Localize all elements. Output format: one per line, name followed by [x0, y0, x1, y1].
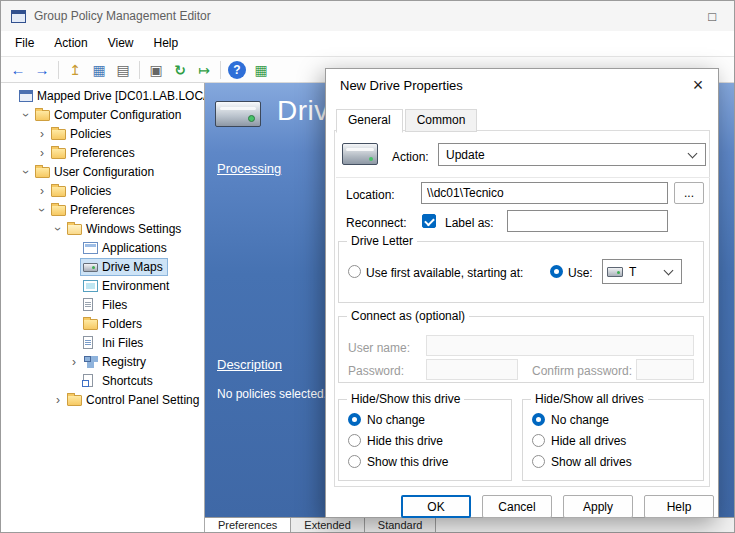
tree-item-label: Preferences — [70, 146, 135, 160]
label-as-input[interactable] — [507, 210, 668, 232]
chevron-right-icon[interactable]: › — [36, 185, 48, 197]
separator — [336, 177, 710, 178]
refresh-icon[interactable]: ↻ — [169, 59, 191, 81]
description-section-link[interactable]: Description — [217, 357, 282, 372]
radio-icon[interactable] — [348, 413, 361, 426]
tab-general[interactable]: General — [336, 109, 403, 133]
tree-item-label: Mapped Drive [DC01.LAB.LOCA — [37, 89, 204, 103]
menu-action[interactable]: Action — [44, 31, 97, 56]
radio-icon[interactable] — [348, 455, 361, 468]
radio-label: No change — [367, 413, 425, 427]
chevron-right-icon[interactable]: › — [68, 356, 80, 368]
tree-item-registry[interactable]: ›Registry — [1, 352, 204, 371]
view-tab-extended[interactable]: Extended — [291, 518, 364, 532]
help-icon[interactable]: ? — [228, 61, 246, 79]
chevron-down-icon[interactable]: › — [52, 223, 64, 235]
apply-button[interactable]: Apply — [563, 495, 633, 518]
radio-no-change[interactable]: No change — [532, 409, 632, 430]
tree-item-user-configuration[interactable]: ›User Configuration — [1, 162, 204, 181]
tree-item-content: Preferences — [48, 144, 140, 162]
tree-item-label: Registry — [102, 355, 146, 369]
tree-item-computer-policies[interactable]: ›Policies — [1, 124, 204, 143]
radio-hide-this-drive[interactable]: Hide this drive — [348, 430, 448, 451]
tree-item-windows-settings[interactable]: ›Windows Settings — [1, 219, 204, 238]
tree-item-computer-preferences[interactable]: ›Preferences — [1, 143, 204, 162]
radio-label: No change — [551, 413, 609, 427]
use-first-available-radio[interactable] — [348, 265, 361, 278]
ok-button[interactable]: OK — [401, 495, 471, 518]
drive-icon — [83, 263, 98, 272]
tree-item-folders[interactable]: Folders — [1, 314, 204, 333]
radio-no-change[interactable]: No change — [348, 409, 448, 430]
print-icon[interactable]: ▣ — [145, 59, 167, 81]
radio-hide-all-drives[interactable]: Hide all drives — [532, 430, 632, 451]
radio-show-this-drive[interactable]: Show this drive — [348, 451, 448, 472]
chevron-down-icon[interactable]: › — [20, 109, 32, 121]
maximize-button[interactable]: □ — [700, 7, 724, 26]
forward-icon[interactable]: → — [31, 59, 53, 81]
tree-item-content: Preferences — [48, 201, 140, 219]
tree-item-root[interactable]: Mapped Drive [DC01.LAB.LOCA — [1, 86, 204, 105]
folder-icon — [35, 167, 50, 178]
drive-letter-icon — [607, 267, 623, 277]
tree-item-user-preferences[interactable]: ›Preferences — [1, 200, 204, 219]
tree-item-drive-maps[interactable]: Drive Maps — [1, 257, 204, 276]
processing-section-link[interactable]: Processing — [217, 161, 281, 176]
browse-button[interactable]: ... — [674, 182, 704, 204]
up-one-level-icon[interactable]: ↥ — [64, 59, 86, 81]
cancel-button[interactable]: Cancel — [482, 495, 552, 518]
show-console-tree-icon[interactable]: ▦ — [88, 59, 110, 81]
tree-item-content: Computer Configuration — [32, 106, 186, 124]
tree-item-shortcuts[interactable]: Shortcuts — [1, 371, 204, 390]
tree-item-label: Folders — [102, 317, 142, 331]
help-button[interactable]: Help — [644, 495, 714, 518]
chevron-down-icon[interactable]: › — [20, 166, 32, 178]
properties-icon[interactable]: ▤ — [112, 59, 134, 81]
radio-icon[interactable] — [532, 455, 545, 468]
tree-item-content: Shortcuts — [80, 372, 158, 390]
tree-item-ini-files[interactable]: Ini Files — [1, 333, 204, 352]
tree-item-user-policies[interactable]: ›Policies — [1, 181, 204, 200]
use-radio[interactable] — [550, 265, 563, 278]
reconnect-label: Reconnect: — [346, 216, 407, 230]
env-icon — [83, 280, 98, 292]
chevron-right-icon[interactable]: › — [36, 147, 48, 159]
tree-item-computer-configuration[interactable]: ›Computer Configuration — [1, 105, 204, 124]
toolbar-separator — [58, 61, 59, 79]
menu-file[interactable]: File — [5, 31, 44, 56]
radio-show-all-drives[interactable]: Show all drives — [532, 451, 632, 472]
chevron-down-icon[interactable]: › — [36, 204, 48, 216]
reconnect-checkbox[interactable] — [422, 214, 436, 228]
drive-maps-pane-icon — [215, 101, 261, 127]
tree-item-files[interactable]: Files — [1, 295, 204, 314]
menu-view[interactable]: View — [98, 31, 144, 56]
menu-help[interactable]: Help — [144, 31, 189, 56]
drive-letter-group-label: Drive Letter — [347, 234, 417, 248]
action-dropdown[interactable]: Update — [438, 143, 706, 166]
tree-item-control-panel-settings[interactable]: ›Control Panel Setting — [1, 390, 204, 409]
use-first-available-label: Use first available, starting at: — [366, 266, 523, 280]
folder-open-icon — [67, 224, 82, 235]
tree: Mapped Drive [DC01.LAB.LOCA›Computer Con… — [1, 83, 205, 532]
tab-common[interactable]: Common — [405, 109, 478, 132]
radio-icon[interactable] — [532, 434, 545, 447]
view-tab-standard[interactable]: Standard — [365, 518, 437, 532]
chevron-right-icon[interactable]: › — [52, 394, 64, 406]
tree-item-environment[interactable]: Environment — [1, 276, 204, 295]
ini-icon — [83, 336, 93, 349]
close-icon[interactable]: × — [686, 75, 710, 97]
dialog-tabs: General Common — [336, 109, 479, 132]
tree-item-applications[interactable]: Applications — [1, 238, 204, 257]
chevron-right-icon[interactable]: › — [36, 128, 48, 140]
radio-icon[interactable] — [348, 434, 361, 447]
radio-icon[interactable] — [532, 413, 545, 426]
tree-item-content: Windows Settings — [64, 220, 186, 238]
view-tab-preferences[interactable]: Preferences — [205, 518, 291, 532]
password-label: Password: — [348, 364, 404, 378]
extended-view-icon[interactable]: ▦ — [250, 59, 272, 81]
cpl-icon — [67, 395, 82, 406]
drive-letter-dropdown[interactable]: T — [602, 259, 682, 284]
export-list-icon[interactable]: ↦ — [193, 59, 215, 81]
location-input[interactable] — [421, 182, 668, 204]
back-icon[interactable]: ← — [7, 59, 29, 81]
